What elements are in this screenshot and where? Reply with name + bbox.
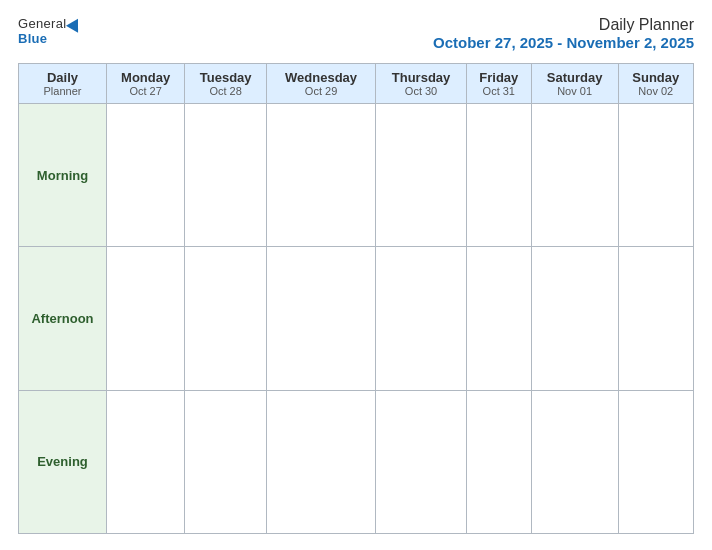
cell-morning-sunday[interactable] (618, 104, 693, 247)
header-monday-sub: Oct 27 (111, 85, 180, 97)
cell-afternoon-sunday[interactable] (618, 247, 693, 390)
title-area: Daily Planner October 27, 2025 - Novembe… (433, 16, 694, 51)
header-friday: Friday Oct 31 (466, 64, 531, 104)
cell-afternoon-monday[interactable] (107, 247, 185, 390)
cell-afternoon-thursday[interactable] (376, 247, 467, 390)
row-label-evening-text: Evening (37, 454, 88, 469)
cell-afternoon-wednesday[interactable] (267, 247, 376, 390)
header-saturday-sub: Nov 01 (536, 85, 614, 97)
header-saturday: Saturday Nov 01 (531, 64, 618, 104)
header-sunday-name: Sunday (623, 70, 689, 85)
header-tuesday-name: Tuesday (189, 70, 262, 85)
header-label-line1: Daily (23, 70, 102, 85)
row-label-evening: Evening (19, 390, 107, 533)
header-monday-name: Monday (111, 70, 180, 85)
cell-morning-friday[interactable] (466, 104, 531, 247)
cell-afternoon-friday[interactable] (466, 247, 531, 390)
planner-table: Daily Planner Monday Oct 27 Tuesday Oct … (18, 63, 694, 534)
header-tuesday-sub: Oct 28 (189, 85, 262, 97)
cell-evening-monday[interactable] (107, 390, 185, 533)
cell-morning-tuesday[interactable] (185, 104, 267, 247)
cell-evening-saturday[interactable] (531, 390, 618, 533)
row-label-afternoon: Afternoon (19, 247, 107, 390)
cell-morning-wednesday[interactable] (267, 104, 376, 247)
cell-evening-sunday[interactable] (618, 390, 693, 533)
cell-morning-monday[interactable] (107, 104, 185, 247)
cell-evening-thursday[interactable] (376, 390, 467, 533)
header-friday-sub: Oct 31 (471, 85, 527, 97)
header-monday: Monday Oct 27 (107, 64, 185, 104)
header-thursday-sub: Oct 30 (380, 85, 462, 97)
logo-area: General Blue (18, 16, 82, 46)
logo-triangle-icon (66, 15, 84, 32)
cell-afternoon-saturday[interactable] (531, 247, 618, 390)
table-row-morning: Morning (19, 104, 694, 247)
row-label-morning: Morning (19, 104, 107, 247)
logo-blue-text: Blue (18, 31, 47, 46)
cell-morning-saturday[interactable] (531, 104, 618, 247)
cell-evening-friday[interactable] (466, 390, 531, 533)
planner-title: Daily Planner (433, 16, 694, 34)
header-wednesday: Wednesday Oct 29 (267, 64, 376, 104)
cell-evening-wednesday[interactable] (267, 390, 376, 533)
table-header-row: Daily Planner Monday Oct 27 Tuesday Oct … (19, 64, 694, 104)
logo-row: General (18, 16, 82, 31)
header-label-cell: Daily Planner (19, 64, 107, 104)
cell-morning-thursday[interactable] (376, 104, 467, 247)
header-saturday-name: Saturday (536, 70, 614, 85)
table-row-evening: Evening (19, 390, 694, 533)
header-wednesday-sub: Oct 29 (271, 85, 371, 97)
header-label-line2: Planner (23, 85, 102, 97)
row-label-afternoon-text: Afternoon (31, 311, 93, 326)
header: General Blue Daily Planner October 27, 2… (18, 16, 694, 51)
header-thursday: Thursday Oct 30 (376, 64, 467, 104)
row-label-morning-text: Morning (37, 168, 88, 183)
header-sunday: Sunday Nov 02 (618, 64, 693, 104)
header-thursday-name: Thursday (380, 70, 462, 85)
cell-evening-tuesday[interactable] (185, 390, 267, 533)
logo-general-text: General (18, 16, 66, 31)
planner-date-range: October 27, 2025 - November 2, 2025 (433, 34, 694, 51)
header-sunday-sub: Nov 02 (623, 85, 689, 97)
header-wednesday-name: Wednesday (271, 70, 371, 85)
cell-afternoon-tuesday[interactable] (185, 247, 267, 390)
table-row-afternoon: Afternoon (19, 247, 694, 390)
header-friday-name: Friday (471, 70, 527, 85)
page: General Blue Daily Planner October 27, 2… (0, 0, 712, 550)
header-tuesday: Tuesday Oct 28 (185, 64, 267, 104)
